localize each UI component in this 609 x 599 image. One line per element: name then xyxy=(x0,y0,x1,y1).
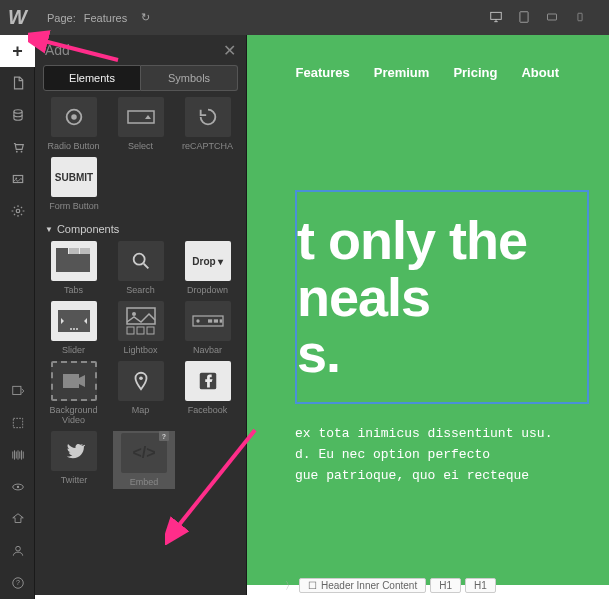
body-line: ex tota inimicus dissentiunt usu. xyxy=(295,424,589,445)
help-icon[interactable]: ? xyxy=(0,567,35,599)
close-icon[interactable]: ✕ xyxy=(223,41,236,60)
element-recaptcha[interactable]: reCAPTCHA xyxy=(179,97,236,151)
svg-rect-6 xyxy=(12,386,20,394)
account-icon[interactable] xyxy=(0,535,35,567)
svg-point-40 xyxy=(139,376,143,380)
tab-elements[interactable]: Elements xyxy=(43,65,141,91)
element-search[interactable]: Search xyxy=(112,241,169,295)
svg-point-35 xyxy=(196,319,199,322)
svg-rect-33 xyxy=(147,327,154,334)
webflow-logo[interactable]: W xyxy=(0,0,35,35)
svg-rect-20 xyxy=(56,248,68,254)
element-dropdown[interactable]: Drop▾ Dropdown xyxy=(179,241,236,295)
pages-icon[interactable] xyxy=(0,67,35,99)
navigator-icon[interactable] xyxy=(0,375,35,407)
mobile-icon[interactable] xyxy=(571,10,589,24)
svg-point-30 xyxy=(132,312,136,316)
body-line: d. Eu nec option perfecto xyxy=(295,445,589,466)
element-bgvideo[interactable]: Background Video xyxy=(45,361,102,425)
body-line: gue patrioque, quo ei recteque xyxy=(295,466,589,487)
svg-rect-22 xyxy=(80,248,90,254)
svg-rect-13 xyxy=(491,12,502,19)
element-facebook[interactable]: Facebook xyxy=(179,361,236,425)
svg-rect-15 xyxy=(548,14,557,20)
svg-point-27 xyxy=(73,328,75,330)
hero-line3: s. xyxy=(297,325,577,382)
left-rail: W + ? xyxy=(0,0,35,599)
hero-line2: neals xyxy=(297,269,577,326)
nav-about[interactable]: About xyxy=(521,65,559,80)
element-slider[interactable]: Slider xyxy=(45,301,102,355)
element-lightbox[interactable]: Lightbox xyxy=(112,301,169,355)
page-name[interactable]: Features xyxy=(84,12,127,24)
svg-point-24 xyxy=(133,254,144,265)
publish-icon[interactable] xyxy=(0,503,35,535)
hero-heading[interactable]: t only the neals s. xyxy=(295,190,589,404)
assets-icon[interactable] xyxy=(0,163,35,195)
svg-rect-7 xyxy=(13,418,22,427)
nav-premium[interactable]: Premium xyxy=(374,65,430,80)
element-embed[interactable]: </>? Embed xyxy=(115,433,173,487)
svg-point-4 xyxy=(15,178,17,180)
settings-icon[interactable] xyxy=(0,195,35,227)
refresh-icon[interactable]: ↻ xyxy=(141,11,150,24)
element-form-button[interactable]: SUBMIT Form Button xyxy=(45,157,103,211)
svg-rect-16 xyxy=(578,13,582,21)
hero-line1: t only the xyxy=(297,212,577,269)
nav: Features Premium Pricing About xyxy=(295,65,589,80)
ecommerce-icon[interactable] xyxy=(0,131,35,163)
tablet-icon[interactable] xyxy=(515,10,533,24)
svg-rect-39 xyxy=(63,374,79,388)
breadcrumb: 〉 ☐Header Inner Content H1 H1 xyxy=(285,578,496,593)
svg-point-9 xyxy=(16,486,18,488)
svg-point-5 xyxy=(16,209,20,213)
svg-rect-36 xyxy=(208,319,212,322)
svg-point-2 xyxy=(20,151,22,153)
breadcrumb-item[interactable]: ☐Header Inner Content xyxy=(299,578,426,593)
svg-rect-21 xyxy=(69,248,79,254)
add-button[interactable]: + xyxy=(0,35,35,67)
element-map[interactable]: Map xyxy=(112,361,169,425)
element-select[interactable]: Select xyxy=(112,97,169,151)
nav-pricing[interactable]: Pricing xyxy=(453,65,497,80)
body-text[interactable]: ex tota inimicus dissentiunt usu. d. Eu … xyxy=(295,424,589,486)
audit-icon[interactable] xyxy=(0,439,35,471)
element-twitter[interactable]: Twitter xyxy=(45,431,103,489)
svg-point-1 xyxy=(15,151,17,153)
selection-icon[interactable] xyxy=(0,407,35,439)
svg-point-0 xyxy=(13,110,21,114)
svg-rect-23 xyxy=(56,254,90,272)
page-label: Page: xyxy=(47,12,76,24)
svg-rect-31 xyxy=(127,327,134,334)
svg-point-10 xyxy=(15,546,20,551)
device-bar xyxy=(487,10,589,24)
tab-symbols[interactable]: Symbols xyxy=(141,65,238,91)
element-navbar[interactable]: Navbar xyxy=(179,301,236,355)
svg-rect-38 xyxy=(219,319,222,322)
svg-point-28 xyxy=(76,328,78,330)
add-panel: Add ✕ Elements Symbols Radio Button Sele… xyxy=(35,35,247,595)
tablet-landscape-icon[interactable] xyxy=(543,10,561,24)
cms-icon[interactable] xyxy=(0,99,35,131)
svg-point-18 xyxy=(71,114,77,120)
breadcrumb-h1[interactable]: H1 xyxy=(430,578,461,593)
svg-rect-32 xyxy=(137,327,144,334)
element-tabs[interactable]: Tabs xyxy=(45,241,102,295)
nav-features[interactable]: Features xyxy=(296,65,350,80)
section-components[interactable]: ▼Components xyxy=(45,217,236,241)
svg-rect-14 xyxy=(520,12,528,23)
element-radio[interactable]: Radio Button xyxy=(45,97,102,151)
desktop-icon[interactable] xyxy=(487,10,505,24)
svg-text:?: ? xyxy=(16,579,20,586)
preview-icon[interactable] xyxy=(0,471,35,503)
svg-rect-37 xyxy=(213,319,217,322)
panel-title: Add xyxy=(45,42,70,58)
svg-point-26 xyxy=(70,328,72,330)
svg-rect-19 xyxy=(128,111,154,123)
breadcrumb-h1[interactable]: H1 xyxy=(465,578,496,593)
